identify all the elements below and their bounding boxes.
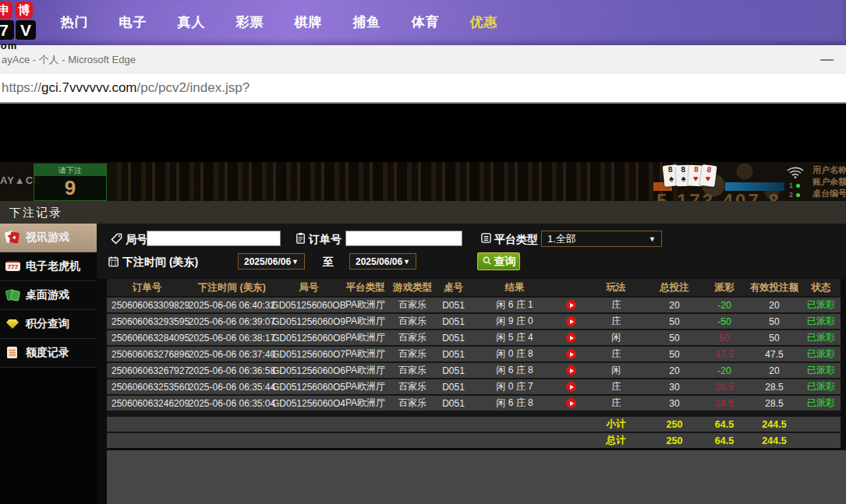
- subtotal-row-payout: 64.5: [702, 417, 747, 432]
- logo-letter: V: [16, 20, 36, 40]
- cell-round: GD051256060O9: [277, 314, 341, 329]
- subtotal-row-empty-cell: [558, 417, 585, 432]
- bet-time-label: 下注时间 (美东): [122, 253, 198, 270]
- platform-type-select[interactable]: 1.全部 ▼: [541, 231, 662, 247]
- cell-play: 闲: [585, 330, 647, 345]
- search-button-label: 查询: [494, 255, 516, 269]
- menu-item-lottery[interactable]: 彩票: [221, 0, 279, 45]
- replay-icon[interactable]: [558, 396, 585, 411]
- total-row-total: 250: [647, 433, 702, 448]
- sidebar: ♥♠ 视讯游戏 777 电子老虎机 桌面游戏 积分查询 额度记录: [0, 224, 97, 504]
- sidebar-item-video-games[interactable]: ♥♠ 视讯游戏: [0, 224, 97, 252]
- column-header: 订单号: [107, 279, 187, 296]
- column-header: 总投注: [647, 279, 702, 296]
- green-dot-icon: [796, 184, 800, 188]
- order-number-input[interactable]: [345, 231, 462, 246]
- cell-order: 250606063309829: [107, 298, 187, 312]
- page-title: 下注记录: [9, 201, 846, 224]
- cell-round: GD051256060O8: [277, 330, 341, 345]
- total-row-empty-cell: [277, 433, 341, 448]
- column-header: 派彩: [702, 279, 747, 296]
- replay-icon[interactable]: [558, 330, 585, 345]
- cell-play: 庄: [585, 314, 647, 329]
- browser-url-bar[interactable]: https://gci.7vvvvvv.com/pc/pcv2/index.js…: [0, 74, 846, 104]
- round-number-input[interactable]: [147, 231, 281, 246]
- cell-time: 2025-06-06 06:37:40: [187, 347, 277, 361]
- cell-order: 250606063253560: [107, 379, 187, 394]
- cell-total: 30: [647, 379, 702, 394]
- menu-item-fishing[interactable]: 捕鱼: [338, 0, 396, 45]
- sidebar-item-table-games[interactable]: 桌面游戏: [0, 281, 97, 310]
- cell-table: D051: [435, 379, 472, 394]
- order-number-label: 订单号: [309, 231, 342, 248]
- calendar-icon: [108, 256, 119, 267]
- search-icon: [482, 256, 492, 268]
- cell-order: 250606063267927: [107, 363, 187, 378]
- table-row: 2506060632935952025-06-06 06:39:07GD0512…: [107, 312, 841, 329]
- user-info-labels: 用户名称: 账户余额: 桌台编号:: [812, 164, 846, 199]
- dealt-cards: 8♠8♠8♥8♥: [664, 165, 713, 186]
- cell-result: 闲 6 庄 8: [472, 396, 558, 411]
- menu-item-board[interactable]: 棋牌: [279, 0, 338, 45]
- sidebar-item-label: 桌面游戏: [26, 288, 69, 302]
- total-row-empty-cell: [558, 433, 585, 448]
- date-from-select[interactable]: 2025/06/06 ▼: [238, 253, 305, 270]
- cell-platform: PA欧洲厅: [341, 298, 390, 312]
- platform-type-value: 1.全部: [547, 232, 576, 246]
- cell-game: 百家乐: [390, 314, 435, 329]
- cell-order: 250606063284095: [107, 330, 187, 345]
- sidebar-item-slot-machines[interactable]: 777 电子老虎机: [0, 252, 97, 281]
- total-row-empty-cell: [341, 433, 390, 448]
- menu-item-hot[interactable]: 热门: [45, 0, 104, 45]
- total-row-empty-cell: [107, 433, 187, 448]
- clipboard-icon: [295, 232, 306, 244]
- cell-result: 闲 5 庄 4: [472, 330, 558, 345]
- table-footer: 小计25064.5244.5总计25064.5244.5: [107, 415, 841, 448]
- cell-table: D051: [435, 347, 472, 361]
- table-row: 2506060632840952025-06-06 06:38:17GD0512…: [107, 329, 841, 345]
- balance-label: 账户余额:: [812, 176, 846, 188]
- minimize-icon[interactable]: [820, 59, 834, 61]
- total-row-label: 总计: [585, 433, 647, 448]
- url-prefix: https://: [2, 80, 41, 95]
- cell-order: 250606063293595: [107, 314, 187, 329]
- username-label: 用户名称:: [812, 164, 846, 176]
- total-row-empty-cell: [187, 433, 277, 448]
- column-header: 下注时间 (美东): [187, 279, 277, 296]
- cell-valid: 47.5: [747, 347, 802, 361]
- browser-title-bar: ayAce - 个人 - Microsoft Edge: [0, 45, 846, 74]
- replay-icon[interactable]: [558, 363, 585, 378]
- table-row: 2506060632679272025-06-06 06:36:58GD0512…: [107, 361, 841, 378]
- cell-valid: 28.5: [747, 396, 802, 411]
- cell-platform: PA欧洲厅: [341, 330, 390, 345]
- replay-icon[interactable]: [558, 347, 585, 361]
- to-label: 至: [323, 253, 334, 270]
- total-row-empty-cell: [472, 433, 558, 448]
- menu-item-live[interactable]: 真人: [162, 0, 221, 45]
- filter-bar: 局号 订单号 平台类型 1.全部 ▼ 下注时间 (美东) 2025/06/06 …: [97, 224, 846, 279]
- wifi-icon: [786, 166, 805, 182]
- sidebar-item-quota-records[interactable]: 额度记录: [0, 339, 97, 368]
- cell-platform: PA欧洲厅: [341, 379, 390, 394]
- replay-icon[interactable]: [558, 314, 585, 329]
- table-number-label: 桌台编号:: [812, 188, 846, 199]
- search-button[interactable]: 查询: [477, 252, 520, 270]
- subtotal-row-empty-cell: [390, 417, 435, 432]
- replay-icon[interactable]: [558, 298, 585, 312]
- tag-icon: [111, 233, 122, 245]
- total-row-empty-cell: [802, 433, 841, 448]
- cell-total: 20: [647, 363, 702, 378]
- column-header: 有效投注额: [747, 279, 802, 296]
- replay-icon[interactable]: [558, 379, 585, 394]
- black-spacer: [0, 104, 846, 162]
- playing-card: 8♥: [699, 164, 717, 187]
- subtotal-row-empty-cell: [802, 417, 841, 432]
- date-to-select[interactable]: 2025/06/06 ▼: [349, 253, 416, 270]
- menu-item-sports[interactable]: 体育: [396, 0, 455, 45]
- diamond-icon: [5, 317, 20, 331]
- menu-item-slots[interactable]: 电子: [104, 0, 162, 45]
- cell-total: 50: [647, 330, 702, 345]
- sidebar-item-points-query[interactable]: 积分查询: [0, 310, 97, 339]
- menu-item-promo[interactable]: 优惠: [455, 0, 513, 45]
- chevron-down-icon: ▼: [403, 258, 410, 266]
